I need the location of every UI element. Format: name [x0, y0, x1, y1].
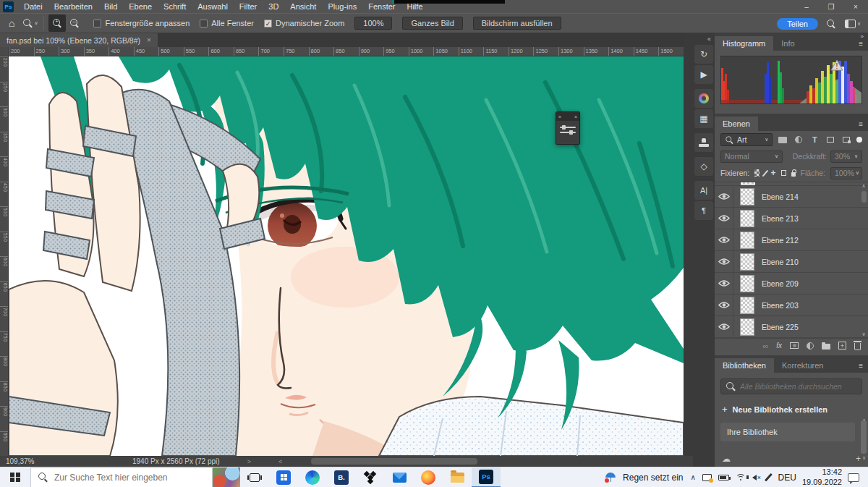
layer-row[interactable]: Ebene 213 [715, 208, 868, 229]
fit-window-option[interactable]: Fenstergröße anpassen [93, 19, 190, 27]
minimize-icon[interactable]: – [794, 0, 819, 13]
menu-item[interactable]: 3D [263, 0, 284, 13]
task-view-button[interactable] [240, 473, 269, 482]
tab-histogramm[interactable]: Histogramm [715, 36, 773, 51]
horizontal-scrollbar[interactable] [311, 458, 477, 465]
screen-share-icon[interactable] [702, 474, 712, 481]
close-icon[interactable]: × [843, 0, 868, 13]
libraries-search-field[interactable] [720, 378, 862, 394]
layer-name[interactable]: Ebene 203 [762, 301, 799, 310]
layer-visibility-toggle[interactable] [715, 316, 733, 338]
swatches-panel-icon[interactable]: ▦ [694, 109, 713, 128]
layer-visibility-toggle[interactable] [715, 229, 733, 251]
volume-muted-icon[interactable]: × [752, 474, 761, 481]
menu-item[interactable]: Ebene [123, 0, 158, 13]
layer-row[interactable]: Ebene 209 [715, 273, 868, 295]
layer-thumbnail[interactable] [740, 275, 754, 292]
taskbar-app-dropbox[interactable] [356, 467, 385, 487]
all-windows-checkbox[interactable] [200, 20, 208, 27]
character-panel-icon[interactable]: A| [694, 181, 713, 200]
taskbar-app-edge[interactable] [298, 467, 327, 487]
panel-close-icon[interactable]: × [574, 114, 577, 119]
layer-row[interactable]: Ebene 212 [715, 229, 868, 251]
paragraph-panel-icon[interactable]: ¶ [694, 201, 713, 220]
tab-korrekturen[interactable]: Korrekturen [774, 358, 831, 373]
layer-style-icon[interactable]: fx [776, 342, 782, 350]
add-mask-icon[interactable] [790, 342, 799, 349]
libraries-search-input[interactable] [740, 382, 856, 391]
taskbar-search-input[interactable] [54, 473, 192, 483]
zoom-out-button[interactable]: – [66, 14, 83, 32]
filter-smart-objects-icon[interactable] [841, 137, 852, 143]
scroll-up-icon[interactable]: ∧ [861, 183, 865, 189]
taskbar-app-b[interactable]: B. [327, 467, 356, 487]
panel-menu-icon[interactable]: ≡ [859, 40, 863, 48]
opacity-field[interactable]: 30% ∨ [830, 151, 862, 163]
clone-source-panel-icon[interactable] [694, 133, 713, 152]
layer-name[interactable]: Ebene 209 [762, 279, 799, 288]
workspace-switcher[interactable]: ∨ [845, 20, 861, 28]
actions-panel-icon[interactable]: ▶ [694, 65, 713, 84]
fit-window-checkbox[interactable] [93, 20, 101, 27]
sliders-icon[interactable] [556, 121, 579, 139]
layer-row[interactable]: Ebene 203 [715, 295, 868, 316]
new-layer-icon[interactable]: + [838, 342, 846, 350]
dynamic-zoom-checkbox[interactable]: ✓ [264, 20, 272, 27]
lock-transparency-icon[interactable] [754, 169, 759, 177]
layer-name[interactable]: Ebene 214 [762, 192, 799, 201]
layer-name[interactable]: Ebene 212 [762, 236, 799, 245]
pen-icon[interactable] [765, 473, 773, 481]
filter-adjustment-layers-icon[interactable] [793, 136, 804, 143]
layer-visibility-toggle[interactable] [715, 208, 733, 229]
layer-thumbnail[interactable] [740, 232, 754, 249]
zoom-in-button[interactable]: + [48, 14, 66, 32]
color-panel-icon[interactable] [694, 89, 713, 108]
fit-screen-button[interactable]: Ganzes Bild [402, 17, 462, 30]
panel-expand-icon[interactable]: » [558, 114, 561, 119]
layer-row[interactable]: Ebene 210 [715, 251, 868, 273]
layer-visibility-toggle[interactable] [715, 273, 733, 295]
zoom-tool-icon[interactable]: ∨ [22, 14, 39, 32]
tray-expand-icon[interactable]: ∧ [691, 473, 696, 481]
fill-field[interactable]: 100% ∨ [830, 167, 862, 179]
lock-all-icon[interactable] [791, 172, 795, 177]
filter-type-layers-icon[interactable]: T [809, 135, 820, 144]
history-panel-icon[interactable]: ↻ [694, 45, 713, 64]
new-group-icon[interactable] [822, 344, 830, 350]
expand-panels-icon[interactable]: » [861, 33, 864, 40]
cloud-sync-icon[interactable]: ☁ [722, 454, 731, 464]
collapse-dock-icon[interactable]: « [707, 33, 711, 44]
menu-item[interactable]: Auswahl [192, 0, 234, 13]
lock-artboard-icon[interactable] [781, 170, 787, 176]
battery-icon[interactable] [718, 475, 729, 480]
document-tab[interactable]: fan.psd bei 109% (Ebene 320, RGB/8#) × [0, 33, 158, 47]
share-button[interactable]: Teilen [777, 18, 818, 30]
notification-center-icon[interactable] [848, 473, 859, 482]
layer-name[interactable]: Ebene 210 [762, 258, 799, 266]
threed-panel-icon[interactable]: ◇ [694, 157, 713, 176]
libraries-panel-menu-icon[interactable]: ≡ [859, 362, 863, 370]
layer-visibility-toggle[interactable] [715, 251, 733, 273]
add-content-icon[interactable]: + [856, 454, 861, 464]
tab-info[interactable]: Info [773, 36, 802, 51]
language-indicator[interactable]: DEU [778, 473, 796, 483]
layer-row[interactable]: Ebene 225 [715, 316, 868, 338]
layer-name[interactable]: Ebene 213 [762, 214, 799, 223]
home-icon[interactable]: ⌂ [0, 17, 22, 29]
clock[interactable]: 13:42 19.09.2022 [802, 467, 842, 486]
dynamic-zoom-option[interactable]: ✓ Dynamischer Zoom [264, 19, 344, 27]
all-windows-option[interactable]: Alle Fenster [200, 19, 254, 27]
create-library-button[interactable]: + Neue Bibliothek erstellen [722, 404, 862, 415]
start-button[interactable] [0, 467, 30, 487]
weather-widget[interactable]: Regen setzt ein [605, 472, 683, 483]
status-chevron-right[interactable]: > [247, 458, 251, 465]
taskbar-app-photoshop[interactable]: Ps [472, 467, 501, 487]
layer-visibility-toggle[interactable] [715, 186, 733, 208]
filter-pixel-layers-icon[interactable] [777, 137, 788, 143]
menu-item[interactable]: Bild [98, 0, 123, 13]
layer-thumbnail[interactable] [740, 188, 754, 206]
lock-pixels-icon[interactable] [762, 169, 768, 177]
taskbar-app-store[interactable] [269, 467, 298, 487]
tab-bibliotheken[interactable]: Bibliotheken [715, 358, 774, 373]
status-chevron-left[interactable]: < [278, 458, 282, 465]
